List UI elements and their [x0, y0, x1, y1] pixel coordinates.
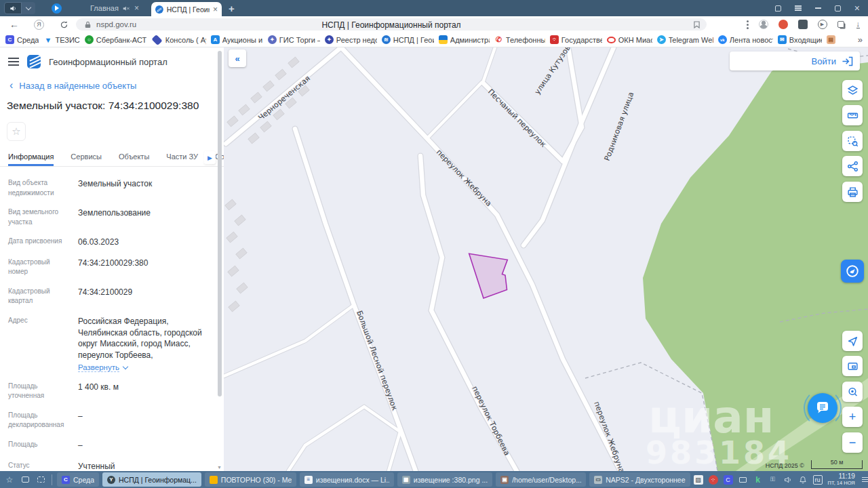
- close-window-button[interactable]: ×: [854, 3, 860, 13]
- minimize-button[interactable]: [815, 7, 821, 9]
- taskbar-item-docx[interactable]: ≡ извещения.docx — Li...: [300, 472, 394, 487]
- bookmark-item[interactable]: ОКН Миасс: [607, 36, 652, 44]
- panel-scrollbar[interactable]: ▼: [218, 49, 222, 470]
- tray-notifications-icon[interactable]: [798, 475, 808, 485]
- more-menu-icon[interactable]: [747, 24, 749, 26]
- assistant-side-tab[interactable]: [841, 260, 864, 283]
- bookmark-item[interactable]: vkЛента новостей: [718, 35, 773, 44]
- print-button[interactable]: [842, 182, 863, 202]
- bookmark-item[interactable]: ААукционы и конк: [211, 35, 263, 44]
- show-desktop-icon[interactable]: [35, 474, 47, 486]
- konsol-icon: [151, 34, 162, 45]
- collapse-panel-button[interactable]: «: [229, 49, 246, 67]
- bookmark-item[interactable]: ✦Реестр недоброс: [325, 35, 377, 44]
- tray-clock[interactable]: 11:19 ПТ, 14 НОЯ: [828, 472, 855, 486]
- bookmark-flag-icon[interactable]: [694, 21, 700, 28]
- favorite-star-button[interactable]: ☆: [7, 122, 26, 141]
- bookmark-item[interactable]: ССреда: [5, 35, 39, 44]
- tab-objects[interactable]: Объекты: [119, 148, 149, 166]
- share-button[interactable]: [842, 156, 863, 176]
- hamburger-menu-icon[interactable]: [8, 61, 19, 62]
- extension-video-icon[interactable]: ▶: [818, 20, 827, 29]
- bookmark-item[interactable]: ▤: [827, 35, 835, 44]
- taskbar-item-nspd-active[interactable]: Y НСПД | Геоинформац...: [102, 472, 201, 487]
- tray-k-icon[interactable]: k: [753, 475, 763, 485]
- zoom-in-button[interactable]: +: [842, 407, 863, 427]
- scrollbar-down-arrow[interactable]: ▼: [217, 465, 222, 470]
- tray-menu-icon[interactable]: [862, 479, 868, 480]
- browser-menu-icon[interactable]: [795, 7, 802, 9]
- tab-audio-button[interactable]: [4, 2, 22, 14]
- tab-information[interactable]: Информация: [8, 148, 54, 166]
- favorites-star-icon[interactable]: ☆: [3, 474, 16, 486]
- expand-address-link[interactable]: Развернуть: [78, 363, 206, 372]
- bookmark-item[interactable]: ➤Telegram Web: [657, 35, 713, 44]
- back-button[interactable]: ←: [9, 16, 19, 33]
- extension-dark-icon[interactable]: [798, 20, 808, 29]
- back-to-results-link[interactable]: ‹ Назад в найденные объекты: [9, 81, 224, 91]
- taskbar-item-sreda[interactable]: С Среда: [57, 472, 99, 487]
- tab-close-icon[interactable]: ×: [134, 4, 139, 12]
- tab-home[interactable]: Главная ×: [90, 4, 139, 12]
- bookmark-item[interactable]: ▼ТЕЗИС: [43, 35, 79, 44]
- bookmark-item[interactable]: ✦ГИС Торги – прод: [268, 35, 320, 44]
- geolocation-button[interactable]: [842, 331, 863, 351]
- taskbar-item-folder[interactable]: ПОВТОРНО (30) - Me...: [205, 472, 296, 487]
- collections-icon[interactable]: [775, 5, 781, 12]
- tab-audio-dropdown[interactable]: [22, 2, 35, 14]
- tray-notes-icon[interactable]: ▨: [694, 475, 703, 485]
- bookmark-item[interactable]: ○Сбербанк-АСТ: [85, 35, 146, 44]
- extension-profile-icon[interactable]: [759, 20, 768, 29]
- tray-red-grid-icon[interactable]: ⁘: [709, 475, 718, 485]
- keyboard-layout-indicator[interactable]: ru: [813, 475, 823, 485]
- bookmark-item[interactable]: ⁘Государственный: [550, 35, 602, 44]
- bookmark-item[interactable]: Администрация: [439, 35, 490, 44]
- folder-icon: [210, 476, 218, 484]
- tab-active[interactable]: НСПД | Геоинформац... ×: [151, 2, 222, 16]
- extension-red-icon[interactable]: [778, 20, 788, 29]
- downloads-icon[interactable]: ↓: [856, 20, 861, 29]
- vk-icon: vk: [718, 35, 727, 44]
- new-tab-button[interactable]: +: [229, 3, 235, 14]
- measure-button[interactable]: [842, 105, 863, 125]
- taskbar-item-naps2[interactable]: ▭ NAPS2 - Двухстороннее: [589, 472, 690, 487]
- select-area-button[interactable]: [842, 131, 863, 151]
- nspd-icon: ≋: [382, 35, 391, 44]
- administration-icon: [439, 35, 448, 44]
- tab-services[interactable]: Сервисы: [71, 148, 102, 166]
- tray-display-icon[interactable]: [738, 475, 748, 485]
- omnibox[interactable]: nspd.gov.ru НСПД | Геоинформационный пор…: [76, 18, 707, 30]
- speaker-icon: [9, 5, 17, 12]
- maximize-button[interactable]: [835, 5, 841, 12]
- refresh-button[interactable]: [60, 16, 68, 33]
- bookmark-item[interactable]: Консоль ( Аукцио: [151, 36, 206, 44]
- media-play-button[interactable]: [52, 3, 62, 14]
- taskbar-item-png[interactable]: ▦ извещение :380.png ...: [397, 472, 492, 487]
- minimap-button[interactable]: [842, 356, 863, 376]
- window-list-icon[interactable]: [19, 474, 31, 486]
- tabs-scroll-right-button[interactable]: ▶: [204, 151, 216, 164]
- tray-sreda-icon[interactable]: С: [724, 475, 733, 485]
- tab-close-icon[interactable]: ×: [213, 5, 218, 14]
- bookmark-item[interactable]: ≋НСПД | Геоинфор: [382, 35, 434, 44]
- bookmarks-overflow-button[interactable]: »: [854, 35, 863, 45]
- tray-usb-icon[interactable]: ⚿: [768, 475, 778, 485]
- support-chat-button[interactable]: [808, 393, 837, 423]
- zoom-out-button[interactable]: −: [842, 432, 863, 453]
- bookmark-item[interactable]: ✆Телефонный спр: [494, 35, 545, 44]
- tray-volume-icon[interactable]: [783, 475, 793, 485]
- bookmark-item[interactable]: ✉Входящие -: [778, 35, 822, 44]
- scrollbar-thumb[interactable]: [218, 51, 222, 396]
- taskbar-item-image-viewer[interactable]: ▣ /home/user/Desktop...: [496, 472, 586, 487]
- object-info-panel: Геоинформационный портал ‹ Назад в найде…: [0, 47, 224, 471]
- map-guide-icon: [845, 264, 860, 279]
- extension-tabs-icon[interactable]: [837, 21, 844, 28]
- layers-button[interactable]: [842, 80, 863, 100]
- tab-parts[interactable]: Части ЗУ: [166, 148, 198, 166]
- login-bar[interactable]: Войти: [730, 52, 860, 70]
- yandex-button[interactable]: Я: [34, 16, 44, 33]
- map-canvas[interactable]: Чернореченская Песчаный переулок улица К…: [224, 47, 868, 471]
- map-area[interactable]: Чернореченская Песчаный переулок улица К…: [224, 47, 868, 471]
- field-row: Площадь–: [8, 440, 206, 451]
- search-on-map-button[interactable]: [842, 382, 863, 402]
